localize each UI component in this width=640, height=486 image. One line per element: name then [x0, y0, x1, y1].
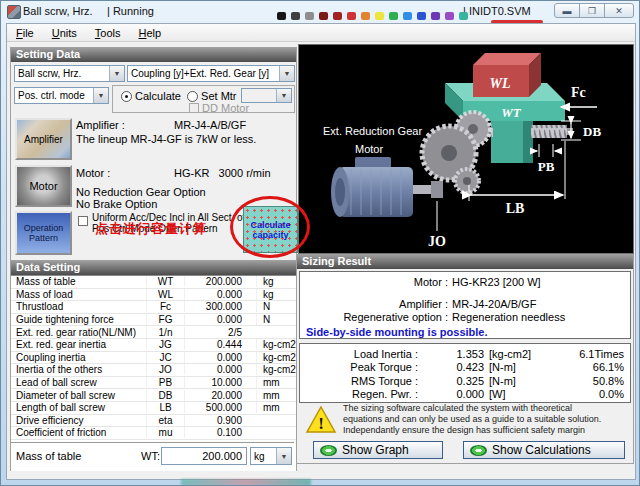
menu-tools[interactable]: Tools — [86, 25, 130, 41]
motor-button[interactable]: Motor — [15, 165, 72, 207]
minimize-button[interactable]: ▬ — [554, 3, 580, 18]
window-controls: ▬ ❐ ✕ — [555, 3, 634, 18]
diagram-fc-label: Fc — [571, 85, 586, 100]
warning-line-3: Independantly ensure the design has suff… — [343, 425, 625, 436]
edit-value-input[interactable] — [161, 447, 247, 465]
row-value: 2/5 — [184, 327, 256, 338]
mechanism-combo-value: Ball scrw, Hrz. — [15, 68, 109, 79]
row-symbol: eta — [146, 415, 184, 426]
calculate-capacity-button[interactable]: Calculate capacity — [243, 206, 298, 253]
edit-unit-combo[interactable]: kg ▼ — [250, 447, 292, 465]
mechanism-combo[interactable]: Ball scrw, Hrz. ▼ — [14, 65, 125, 82]
row-symbol: WL — [146, 289, 184, 300]
chevron-down-icon[interactable]: ▼ — [93, 88, 108, 103]
row-unit: mm — [256, 402, 296, 413]
table-row[interactable]: Mass of load WL 0.000 kg — [11, 289, 296, 302]
calculate-radio[interactable]: Calculate — [121, 90, 181, 102]
menu-help[interactable]: Help — [130, 25, 171, 41]
uniform-accdec-checkbox[interactable] — [78, 216, 88, 226]
table-row[interactable]: Ext. red. gear inertia JG 0.444 kg-cm2 — [11, 339, 296, 352]
row-symbol: LB — [146, 402, 184, 413]
table-row[interactable]: Coupling inertia JC 0.000 kg-cm2 — [11, 352, 296, 365]
operation-pattern-button[interactable]: Operation Pattern — [15, 211, 72, 255]
row-label: Ext. red. gear ratio(NL/NM) — [11, 327, 146, 338]
metric-ratio: 6.1Times — [558, 348, 630, 360]
metric-unit: [N-m] — [484, 361, 558, 373]
result-motor-value: HG-KR23 [200 W] — [448, 276, 630, 289]
table-row[interactable]: Inertia of the others JO 0.000 kg-cm2 — [11, 364, 296, 377]
metric-value: 0.325 — [418, 375, 484, 387]
edit-row-symbol: WT: — [141, 450, 160, 462]
coupling-combo[interactable]: Coupling [y]+Ext. Red. Gear [y] ▼ — [127, 65, 295, 82]
dd-motor-label: DD Motor — [202, 102, 249, 114]
row-unit: kg — [256, 276, 296, 287]
close-button[interactable]: ✕ — [604, 3, 634, 18]
table-row[interactable]: Drive efficiency eta 0.900 — [11, 415, 296, 428]
radio-icon[interactable] — [187, 91, 198, 102]
result-motor-label: Motor : — [300, 276, 448, 289]
client-area: File Units Tools Help Setting Data Ball … — [6, 23, 636, 480]
row-label: Length of ball screw — [11, 402, 146, 413]
table-row[interactable]: Mass of table WT 200.000 kg — [11, 276, 296, 289]
amplifier-button[interactable]: Amplifier — [15, 118, 72, 160]
row-value: 10.000 — [184, 377, 256, 388]
chevron-down-icon[interactable]: ▼ — [276, 448, 291, 464]
title-bar[interactable]: Ball scrw, Hrz. | Running | INIDT0.SVM ▬… — [1, 1, 640, 23]
menu-units[interactable]: Units — [43, 25, 86, 41]
control-mode-combo[interactable]: Pos. ctrl. mode ▼ — [14, 87, 109, 104]
sizing-summary-box: Motor : HG-KR23 [200 W] Amplifier : MR-J… — [299, 271, 631, 339]
edit-row: Mass of table WT: kg ▼ — [11, 442, 294, 470]
row-symbol: JG — [146, 339, 184, 350]
chevron-down-icon[interactable]: ▼ — [279, 66, 294, 81]
menu-file[interactable]: File — [7, 25, 43, 41]
metric-unit: [W] — [484, 388, 558, 400]
table-row[interactable]: Guide tightening force FG 0.000 N — [11, 314, 296, 327]
diagram-ext-gear-label: Ext. Reduction Gear — [323, 125, 422, 137]
diagram-wt-label: WT — [501, 105, 522, 120]
row-value: 200.000 — [184, 276, 256, 287]
edit-row-label: Mass of table — [16, 450, 81, 462]
table-row[interactable]: Length of ball screw LB 500.000 mm — [11, 402, 296, 415]
edit-unit-value: kg — [251, 451, 276, 462]
table-row[interactable]: Coefficient of friction mu 0.100 — [11, 427, 296, 440]
metric-unit: [N-m] — [484, 375, 558, 387]
sizing-result-section: Sizing Result Motor : HG-KR23 [200 W] Am… — [296, 254, 634, 464]
metric-value: 0.423 — [418, 361, 484, 373]
radio-icon[interactable] — [121, 91, 132, 102]
set-mtr-radio-label: Set Mtr — [201, 90, 236, 102]
table-row[interactable]: Thrustload Fc 300.000 N — [11, 301, 296, 314]
metric-label: RMS Torque : — [300, 375, 418, 387]
result-regen-value: Regeneration needless — [448, 311, 630, 324]
diagram-lb-label: LB — [506, 201, 525, 216]
show-calculations-button[interactable]: Show Calculations — [463, 441, 625, 459]
row-symbol: JC — [146, 352, 184, 363]
capacity-mode-group: Calculate Set Mtr ▼ DD Motor — [112, 85, 295, 113]
diagram-motor-label: Motor — [355, 143, 383, 155]
row-value: 0.100 — [184, 427, 256, 438]
table-row[interactable]: Lead of ball screw PB 10.000 mm — [11, 377, 296, 390]
chevron-down-icon[interactable]: ▼ — [109, 66, 124, 81]
motor-select-combo[interactable]: ▼ — [241, 88, 292, 103]
row-unit: kg-cm2 — [256, 339, 296, 350]
show-graph-button[interactable]: Show Graph — [313, 441, 443, 459]
eye-icon — [470, 445, 487, 456]
row-unit: kg-cm2 — [256, 364, 296, 375]
row-label: Inertia of the others — [11, 364, 146, 375]
data-setting-table: Mass of table WT 200.000 kg Mass of load… — [11, 276, 296, 440]
restore-button[interactable]: ❐ — [579, 3, 605, 18]
table-row[interactable]: Diameter of ball screw DB 20.000 mm — [11, 389, 296, 402]
warning-glyph: ! — [318, 414, 324, 433]
set-mtr-radio[interactable]: Set Mtr — [187, 90, 237, 102]
window-filename: | INIDT0.SVM — [463, 5, 531, 17]
chevron-down-icon: ▼ — [276, 89, 291, 102]
metric-ratio: 0.0% — [558, 388, 630, 400]
row-value: 0.444 — [184, 339, 256, 350]
table-row[interactable]: Ext. red. gear ratio(NL/NM) 1/n 2/5 — [11, 326, 296, 339]
row-value: 0.000 — [184, 364, 256, 375]
diagram-jo-label: JO — [428, 234, 446, 249]
amplifier-value: MR-J4-A/B/GF — [174, 119, 246, 131]
row-label: Guide tightening force — [11, 314, 146, 325]
annotation-color-dots — [277, 12, 473, 20]
warning-line-2: equations and can only be used as a guid… — [343, 414, 625, 425]
motor-label: Motor : — [76, 167, 110, 179]
